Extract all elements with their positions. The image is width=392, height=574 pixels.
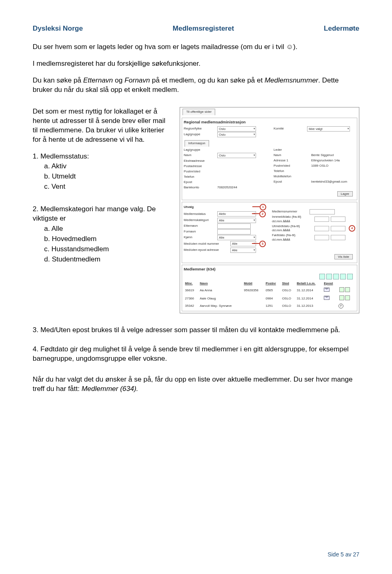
table-row[interactable]: 35342 Aarvoll May- Synnøve 1251 OSLO 31.… (184, 303, 355, 309)
txt-italic: Medlemmer (634). (82, 385, 138, 393)
th-mlnr[interactable]: Mlnr. (184, 281, 198, 287)
cell: 1251 (264, 303, 281, 309)
list-2-heading: 2. Medlemskategori har mange valg. De vi… (33, 205, 172, 223)
input-inn1[interactable] (314, 217, 329, 222)
cell: Aale Olaug (198, 295, 243, 303)
cell: 95928358 (243, 286, 264, 295)
th-epost[interactable]: Epost (323, 281, 337, 287)
input-mnr[interactable] (310, 209, 335, 214)
th-postnr[interactable]: Postnr (264, 281, 281, 287)
input-etternavn[interactable] (217, 223, 251, 229)
val: bentekind33@gmail.com (311, 180, 347, 184)
cell: 31.12.2014 (296, 286, 323, 295)
val-bank: 70820520244 (217, 185, 237, 190)
closing-paragraph: Når du har valgt det du ønsker å se på, … (33, 375, 359, 394)
lbl: Fødtdato (fra-til) dd.mm.åååå (272, 233, 313, 242)
callout-2: 2 (259, 211, 266, 217)
detail-icon[interactable] (339, 295, 344, 300)
val: Ellingsrudveien 14a (311, 159, 340, 163)
cell: 0984 (264, 295, 281, 303)
tab-public[interactable]: Til offentlige sider (183, 109, 215, 115)
intro-line-1: Du ser hvem som er lagets leder og hva s… (33, 42, 359, 52)
members-table: Mlnr. Navn Mobil Postnr Sted Betalt t.o.… (184, 281, 355, 309)
th-sted[interactable]: Sted (281, 281, 296, 287)
save-button[interactable]: Lagre (337, 191, 353, 197)
select-kjonn[interactable]: Alle (217, 235, 256, 240)
table-row[interactable]: 27366 Aale Olaug 0984 OSLO 31.12.2014 (184, 295, 355, 303)
input-ut1[interactable] (314, 226, 329, 231)
export-icon[interactable] (326, 274, 332, 279)
select-region[interactable]: Oslo (217, 126, 256, 132)
mail-icon[interactable] (324, 296, 330, 300)
list-1-heading: 1. Medlemsstatus: (33, 152, 172, 161)
select-kategori[interactable]: Alle (217, 218, 256, 223)
tab-informasjon[interactable]: Informasjon (185, 140, 209, 147)
show-list-button[interactable]: Vis liste (334, 254, 353, 259)
select-komite[interactable]: Ikke valgt (307, 126, 350, 132)
header-center: Medlemsregisteret (173, 25, 234, 33)
input-fornavn[interactable] (217, 229, 251, 235)
export-icon[interactable] (340, 274, 346, 279)
lbl: Etternavn (184, 224, 216, 228)
callout-4: 4 (349, 225, 355, 232)
lbl: Postnr/sted (184, 170, 216, 174)
lbl: Medlemsstatus (184, 212, 216, 217)
txt: på et medlem, og du kan søke på et (150, 76, 265, 84)
detail-icon[interactable] (339, 287, 344, 292)
list-4: 4. Fødtdato gir deg mulighet til å velge… (33, 345, 359, 364)
select-lag[interactable]: Oslo (217, 132, 256, 137)
txt-italic: Medlemsnummer (265, 76, 318, 84)
list-1c: c. Vent (33, 182, 172, 192)
detail-icon[interactable] (345, 287, 350, 292)
input-fodt1[interactable] (314, 235, 329, 240)
detail-icon[interactable] (345, 295, 350, 300)
intro-line-2: I medlemsregisteret har du forskjellige … (33, 59, 359, 69)
list-3: 3. Med/Uten epost brukes til å velge adr… (33, 326, 359, 335)
table-row[interactable]: 36619 Aa Anna 95928358 0565 OSLO 31.12.2… (184, 286, 355, 295)
section-title-regional: Regional medlemsadministrasjon (184, 120, 355, 125)
input-inn2[interactable] (331, 217, 345, 222)
txt-italic: Fornavn (125, 76, 150, 84)
cell (243, 303, 264, 309)
th-mobil[interactable]: Mobil (243, 281, 264, 287)
print-icon[interactable] (347, 274, 353, 279)
select-epost[interactable]: Alle (230, 248, 256, 253)
select-mobil[interactable]: Alle (230, 241, 256, 246)
select-navn[interactable]: Oslo (217, 153, 256, 158)
val: 1089 OSLO (311, 164, 328, 168)
page-header: Dysleksi Norge Medlemsregisteret Ledermø… (33, 25, 359, 33)
lbl: Postadresse (184, 164, 216, 169)
lbl: Kjønn (184, 235, 216, 240)
export-icon[interactable] (333, 274, 339, 279)
cell: 31.12.2014 (296, 295, 323, 303)
select-status[interactable]: Aktiv (217, 211, 256, 217)
export-icon[interactable] (319, 274, 325, 279)
list-2d: d. Studentmedlem (33, 255, 172, 264)
cell: 31.12.2013 (296, 303, 323, 309)
list-1b: b. Utmeldt (33, 172, 172, 181)
txt-italic: Etternavn (83, 76, 113, 84)
cell: 35342 (184, 303, 198, 309)
th-betalt[interactable]: Betalt t.o.m. (296, 281, 323, 287)
list-1a: a. Aktiv (33, 162, 172, 171)
cell: OSLO (281, 295, 296, 303)
txt: Du kan søke på (33, 76, 83, 84)
cell: OSLO (281, 303, 296, 309)
list-2c: c. Husstandsmedlem (33, 245, 172, 254)
page-footer: Side 5 av 27 (327, 551, 359, 558)
txt: Når du har valgt det du ønsker å se på, … (33, 375, 352, 393)
flag-icon[interactable]: F (339, 304, 343, 308)
cell: Aa Anna (198, 286, 243, 295)
lbl: Leder (274, 148, 310, 152)
lbl: Medlemsnummer (272, 210, 308, 214)
input-ut2[interactable] (331, 226, 345, 231)
lbl-region: Region/fylke (184, 127, 216, 131)
header-left: Dysleksi Norge (33, 25, 83, 33)
input-fodt2[interactable] (331, 235, 345, 240)
lbl: Med/uten mobil nummer (184, 242, 229, 246)
th-navn[interactable]: Navn (198, 281, 243, 287)
mail-icon[interactable] (324, 288, 330, 292)
lbl: Mobiltelefon (274, 174, 310, 179)
lbl: Telefon (184, 175, 216, 179)
lbl: Navn (184, 153, 216, 158)
